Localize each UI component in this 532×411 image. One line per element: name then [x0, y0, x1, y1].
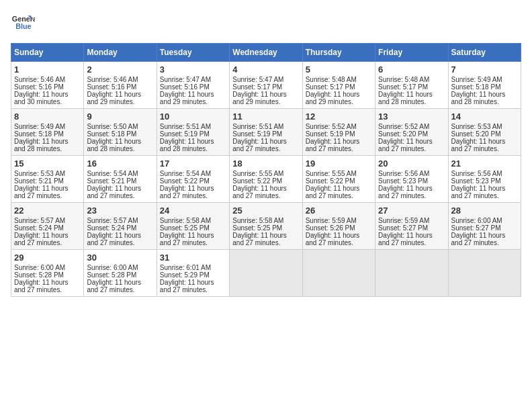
day-cell-30: 30Sunrise: 6:00 AMSunset: 5:28 PMDayligh… — [84, 250, 157, 297]
day-number: 20 — [378, 158, 445, 169]
day-cell-25: 25Sunrise: 5:58 AMSunset: 5:25 PMDayligh… — [230, 203, 302, 250]
day-number: 30 — [87, 253, 153, 263]
day-number: 7 — [451, 64, 518, 75]
day-cell-31: 31Sunrise: 6:01 AMSunset: 5:29 PMDayligh… — [157, 250, 229, 297]
empty-cell-4-4 — [302, 250, 375, 297]
day-cell-1: 1Sunrise: 5:46 AMSunset: 5:16 PMDaylight… — [11, 62, 84, 109]
calendar-table: SundayMondayTuesdayWednesdayThursdayFrid… — [11, 43, 521, 297]
day-cell-16: 16Sunrise: 5:54 AMSunset: 5:21 PMDayligh… — [84, 156, 157, 203]
day-cell-7: 7Sunrise: 5:49 AMSunset: 5:18 PMDaylight… — [448, 62, 521, 109]
empty-cell-4-5 — [375, 250, 448, 297]
day-number: 18 — [232, 158, 299, 169]
week-row-4: 22Sunrise: 5:57 AMSunset: 5:24 PMDayligh… — [11, 203, 521, 250]
day-cell-6: 6Sunrise: 5:48 AMSunset: 5:17 PMDaylight… — [375, 62, 448, 109]
week-row-3: 15Sunrise: 5:53 AMSunset: 5:21 PMDayligh… — [11, 156, 521, 203]
day-number: 17 — [160, 158, 226, 169]
day-number: 10 — [160, 111, 226, 122]
day-number: 21 — [451, 158, 518, 169]
day-number: 16 — [87, 158, 153, 169]
day-number: 29 — [14, 253, 81, 263]
day-number: 14 — [451, 111, 518, 122]
day-cell-4: 4Sunrise: 5:47 AMSunset: 5:17 PMDaylight… — [230, 62, 302, 109]
week-row-5: 29Sunrise: 6:00 AMSunset: 5:28 PMDayligh… — [11, 250, 521, 297]
day-header-saturday: Saturday — [448, 44, 521, 62]
day-cell-23: 23Sunrise: 5:57 AMSunset: 5:24 PMDayligh… — [84, 203, 157, 250]
logo: General Blue — [11, 11, 35, 35]
empty-cell-4-3 — [230, 250, 302, 297]
week-row-2: 8Sunrise: 5:49 AMSunset: 5:18 PMDaylight… — [11, 109, 521, 156]
day-header-thursday: Thursday — [302, 44, 375, 62]
day-cell-11: 11Sunrise: 5:51 AMSunset: 5:19 PMDayligh… — [230, 109, 302, 156]
day-number: 28 — [451, 205, 518, 216]
day-number: 25 — [232, 205, 299, 216]
day-cell-5: 5Sunrise: 5:48 AMSunset: 5:17 PMDaylight… — [302, 62, 375, 109]
day-number: 27 — [378, 205, 445, 216]
day-number: 6 — [378, 64, 445, 75]
day-number: 12 — [306, 111, 372, 122]
day-number: 26 — [306, 205, 372, 216]
day-cell-3: 3Sunrise: 5:47 AMSunset: 5:16 PMDaylight… — [157, 62, 229, 109]
day-cell-14: 14Sunrise: 5:53 AMSunset: 5:20 PMDayligh… — [448, 109, 521, 156]
week-row-1: 1Sunrise: 5:46 AMSunset: 5:16 PMDaylight… — [11, 62, 521, 109]
day-header-friday: Friday — [375, 44, 448, 62]
day-number: 9 — [87, 111, 153, 122]
day-number: 22 — [14, 205, 81, 216]
day-cell-27: 27Sunrise: 5:59 AMSunset: 5:27 PMDayligh… — [375, 203, 448, 250]
day-number: 8 — [14, 111, 81, 122]
logo-icon: General Blue — [11, 11, 35, 35]
day-number: 31 — [160, 253, 226, 263]
day-cell-13: 13Sunrise: 5:52 AMSunset: 5:20 PMDayligh… — [375, 109, 448, 156]
day-cell-22: 22Sunrise: 5:57 AMSunset: 5:24 PMDayligh… — [11, 203, 84, 250]
day-cell-20: 20Sunrise: 5:56 AMSunset: 5:23 PMDayligh… — [375, 156, 448, 203]
day-header-sunday: Sunday — [11, 44, 84, 62]
day-number: 24 — [160, 205, 226, 216]
day-number: 13 — [378, 111, 445, 122]
day-cell-17: 17Sunrise: 5:54 AMSunset: 5:22 PMDayligh… — [157, 156, 229, 203]
day-number: 1 — [14, 64, 81, 75]
day-number: 4 — [232, 64, 299, 75]
day-cell-10: 10Sunrise: 5:51 AMSunset: 5:19 PMDayligh… — [157, 109, 229, 156]
header-row: SundayMondayTuesdayWednesdayThursdayFrid… — [11, 44, 521, 62]
day-cell-21: 21Sunrise: 5:56 AMSunset: 5:23 PMDayligh… — [448, 156, 521, 203]
day-cell-12: 12Sunrise: 5:52 AMSunset: 5:19 PMDayligh… — [302, 109, 375, 156]
day-number: 23 — [87, 205, 153, 216]
day-header-wednesday: Wednesday — [230, 44, 302, 62]
day-cell-28: 28Sunrise: 6:00 AMSunset: 5:27 PMDayligh… — [448, 203, 521, 250]
day-cell-19: 19Sunrise: 5:55 AMSunset: 5:22 PMDayligh… — [302, 156, 375, 203]
day-number: 5 — [306, 64, 372, 75]
day-cell-29: 29Sunrise: 6:00 AMSunset: 5:28 PMDayligh… — [11, 250, 84, 297]
day-cell-15: 15Sunrise: 5:53 AMSunset: 5:21 PMDayligh… — [11, 156, 84, 203]
empty-cell-4-6 — [448, 250, 521, 297]
day-cell-26: 26Sunrise: 5:59 AMSunset: 5:26 PMDayligh… — [302, 203, 375, 250]
day-number: 15 — [14, 158, 81, 169]
header: General Blue — [11, 11, 521, 35]
svg-text:Blue: Blue — [15, 22, 31, 30]
day-number: 3 — [160, 64, 226, 75]
day-cell-9: 9Sunrise: 5:50 AMSunset: 5:18 PMDaylight… — [84, 109, 157, 156]
day-cell-2: 2Sunrise: 5:46 AMSunset: 5:16 PMDaylight… — [84, 62, 157, 109]
day-cell-18: 18Sunrise: 5:55 AMSunset: 5:22 PMDayligh… — [230, 156, 302, 203]
day-number: 11 — [232, 111, 299, 122]
day-header-monday: Monday — [84, 44, 157, 62]
day-number: 2 — [87, 64, 153, 75]
day-cell-8: 8Sunrise: 5:49 AMSunset: 5:18 PMDaylight… — [11, 109, 84, 156]
day-cell-24: 24Sunrise: 5:58 AMSunset: 5:25 PMDayligh… — [157, 203, 229, 250]
day-header-tuesday: Tuesday — [157, 44, 229, 62]
day-number: 19 — [306, 158, 372, 169]
